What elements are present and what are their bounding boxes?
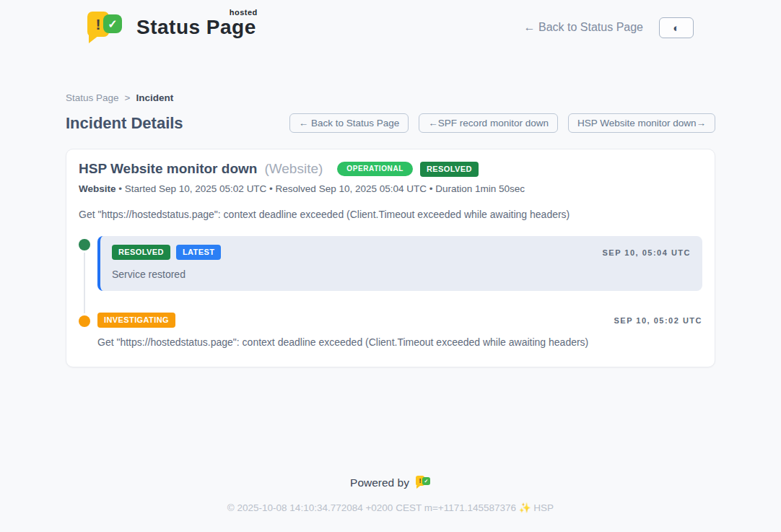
prev-incident-button[interactable]: ←SPF record monitor down: [419, 113, 558, 133]
incident-meta: Website • Started Sep 10, 2025 05:02 UTC…: [79, 183, 702, 194]
logo-text: Status Page: [136, 16, 256, 38]
header: ! ✓ Status Pagehosted ← Back to Status P…: [87, 10, 694, 45]
timeline-dot-green: [79, 239, 90, 250]
mini-logo-check-icon: ✓: [422, 477, 430, 485]
breadcrumb-status-page[interactable]: Status Page: [66, 92, 119, 103]
latest-badge: LATEST: [176, 245, 221, 260]
main-content: Status Page > Incident Incident Details …: [66, 92, 715, 367]
timeline-entry-investigating: INVESTIGATING SEP 10, 05:02 UTC Get "htt…: [79, 313, 702, 348]
flex-spacer: [0, 367, 781, 476]
powered-by: Powered by ! ✓: [0, 476, 781, 489]
timeline-dot-orange: [79, 315, 90, 327]
theme-toggle-button[interactable]: ◐: [659, 17, 694, 38]
timeline-entry-head: RESOLVED LATEST SEP 10, 05:04 UTC: [112, 245, 691, 260]
breadcrumb: Status Page > Incident: [66, 92, 715, 103]
incident-title-row: HSP Website monitor down (Website) OPERA…: [79, 161, 702, 177]
header-back-to-status-page-link[interactable]: ← Back to Status Page: [524, 21, 643, 34]
resolved-badge: RESOLVED: [112, 245, 170, 260]
investigating-badge: INVESTIGATING: [97, 313, 175, 328]
logo-hosted-superscript: hosted: [230, 8, 258, 17]
logo-wordmark: Status Pagehosted: [136, 16, 256, 39]
breadcrumb-separator: >: [125, 92, 131, 103]
header-right: ← Back to Status Page ◐: [524, 17, 694, 38]
incident-description: Get "https://hostedstatus.page": context…: [79, 209, 702, 220]
timeline-entry-head: INVESTIGATING SEP 10, 05:02 UTC: [97, 313, 702, 328]
timeline-entry-resolved: RESOLVED LATEST SEP 10, 05:04 UTC Servic…: [79, 236, 702, 291]
breadcrumb-incident: Incident: [136, 92, 173, 103]
status-page-mini-logo-icon[interactable]: ! ✓: [416, 476, 431, 489]
timeline-entry-message: Service restored: [112, 269, 691, 280]
timeline-entry-timestamp: SEP 10, 05:02 UTC: [614, 316, 702, 325]
back-to-status-page-button[interactable]: ← Back to Status Page: [289, 113, 409, 133]
status-page-logo-icon: ! ✓: [87, 10, 126, 45]
timeline-latest-update-box: RESOLVED LATEST SEP 10, 05:04 UTC Servic…: [97, 236, 702, 291]
resolved-status-badge: RESOLVED: [420, 162, 479, 177]
page-title: Incident Details: [66, 114, 183, 133]
timeline-entry-badges: RESOLVED LATEST: [112, 245, 221, 260]
copyright-text: © 2025-10-08 14:10:34.772084 +0200 CEST …: [0, 502, 781, 513]
operational-badge: OPERATIONAL: [337, 162, 413, 176]
incident-meta-component: Website: [79, 183, 116, 194]
timeline-entry-timestamp: SEP 10, 05:04 UTC: [602, 248, 691, 257]
incident-nav-buttons: ← Back to Status Page ←SPF record monito…: [289, 113, 715, 133]
timeline-entry-content: INVESTIGATING SEP 10, 05:02 UTC Get "htt…: [97, 313, 702, 348]
incident-card: HSP Website monitor down (Website) OPERA…: [66, 149, 715, 367]
incident-component: (Website): [264, 161, 323, 177]
incident-meta-dates: • Started Sep 10, 2025 05:02 UTC • Resol…: [116, 183, 525, 194]
half-circle-icon: ◐: [673, 22, 679, 34]
incident-timeline: RESOLVED LATEST SEP 10, 05:04 UTC Servic…: [79, 236, 702, 348]
footer: Powered by ! ✓ © 2025-10-08 14:10:34.772…: [0, 476, 781, 532]
logo-check-icon: ✓: [103, 14, 122, 33]
app-logo: ! ✓ Status Pagehosted: [87, 10, 256, 45]
title-row: Incident Details ← Back to Status Page ←…: [66, 113, 715, 133]
timeline-entry-badges: INVESTIGATING: [97, 313, 175, 328]
next-incident-button[interactable]: HSP Website monitor down→: [568, 113, 715, 133]
powered-by-label: Powered by: [350, 476, 409, 489]
timeline-entry-message: Get "https://hostedstatus.page": context…: [97, 336, 702, 348]
incident-title: HSP Website monitor down: [79, 161, 257, 177]
